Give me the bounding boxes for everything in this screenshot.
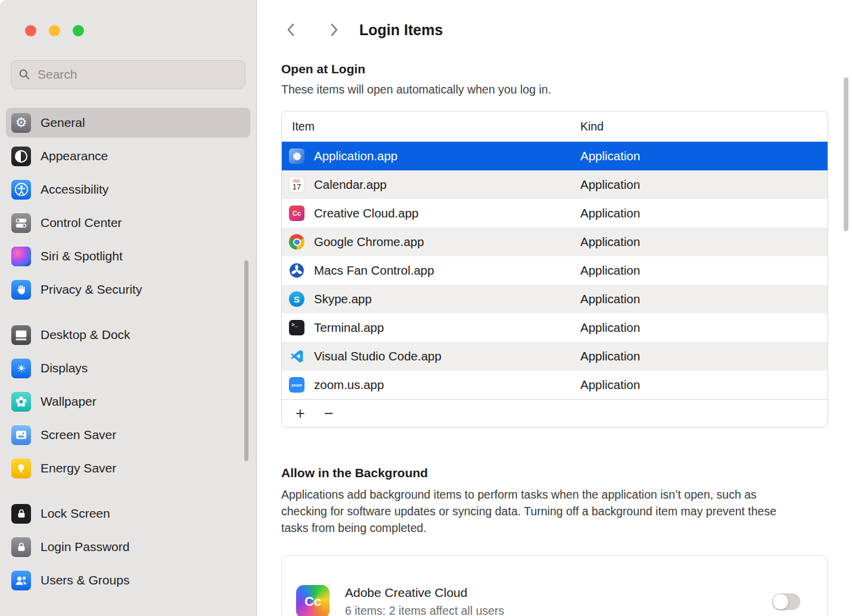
sidebar-item-siri-spotlight[interactable]: Siri & Spotlight bbox=[6, 241, 250, 271]
forward-button[interactable] bbox=[326, 21, 341, 39]
sidebar-item-login-password[interactable]: Login Password bbox=[6, 532, 250, 562]
adobe-creative-cloud-icon: Cc bbox=[296, 585, 329, 616]
creative-cloud-icon: Cc bbox=[289, 206, 304, 221]
table-footer: + − bbox=[282, 399, 828, 427]
table-rows: Application.app Application JUL 17 Calen… bbox=[282, 142, 828, 399]
item-name: Skype.app bbox=[314, 292, 372, 306]
sidebar-item-label: Lock Screen bbox=[41, 506, 110, 521]
sidebar-item-control-center[interactable]: Control Center bbox=[6, 208, 250, 238]
item-kind: Application bbox=[570, 349, 828, 363]
chevron-left-icon bbox=[285, 22, 298, 38]
sidebar-item-wallpaper[interactable]: Wallpaper bbox=[6, 387, 250, 416]
sidebar-item-lock-screen[interactable]: Lock Screen bbox=[6, 499, 250, 528]
table-row[interactable]: >_ Terminal.app Application bbox=[282, 313, 828, 342]
control-center-icon bbox=[11, 213, 31, 233]
generic-app-icon bbox=[289, 148, 304, 164]
skype-icon: S bbox=[289, 291, 304, 307]
minimize-button[interactable] bbox=[49, 25, 60, 36]
table-header: Item Kind bbox=[282, 111, 828, 142]
sidebar-item-label: Siri & Spotlight bbox=[41, 249, 123, 263]
accessibility-icon bbox=[11, 180, 31, 200]
column-header-item[interactable]: Item bbox=[282, 120, 570, 133]
sidebar-item-label: Users & Groups bbox=[41, 573, 129, 587]
lock-icon bbox=[11, 504, 31, 524]
sidebar-item-label: Accessibility bbox=[41, 182, 108, 197]
sidebar-item-label: Privacy & Security bbox=[41, 282, 142, 297]
column-header-kind[interactable]: Kind bbox=[570, 120, 828, 133]
sun-icon: ☀ bbox=[11, 359, 31, 378]
sidebar: ⚙ General Appearance Accessibility bbox=[0, 0, 257, 616]
gear-icon: ⚙ bbox=[11, 113, 31, 133]
sidebar-item-accessibility[interactable]: Accessibility bbox=[6, 175, 250, 204]
main-scrollbar[interactable] bbox=[844, 77, 848, 231]
item-name: Calendar.app bbox=[314, 178, 387, 192]
item-name: zoom.us.app bbox=[314, 378, 384, 392]
sidebar-item-displays[interactable]: ☀ Displays bbox=[6, 353, 250, 383]
table-row[interactable]: S Skype.app Application bbox=[282, 285, 828, 313]
background-item-row: Cc Adobe Creative Cloud 6 items: 2 items… bbox=[281, 555, 828, 616]
sidebar-group-2: Desktop & Dock ☀ Displays Wallpaper bbox=[6, 320, 250, 483]
sidebar-item-general[interactable]: ⚙ General bbox=[6, 108, 250, 138]
background-item-name: Adobe Creative Cloud bbox=[345, 586, 504, 600]
item-kind: Application bbox=[570, 206, 828, 220]
content-header: Login Items bbox=[257, 0, 852, 60]
sidebar-item-users-groups[interactable]: Users & Groups bbox=[6, 565, 250, 595]
table-row[interactable]: Macs Fan Control.app Application bbox=[282, 256, 828, 285]
sidebar-item-label: Appearance bbox=[41, 149, 108, 163]
item-name: Google Chrome.app bbox=[314, 235, 424, 249]
login-items-table: Item Kind Application.app Application bbox=[281, 111, 828, 428]
lock-icon bbox=[11, 537, 31, 557]
sidebar-group-1: ⚙ General Appearance Accessibility bbox=[6, 108, 250, 304]
item-name: Creative Cloud.app bbox=[314, 206, 419, 220]
table-row[interactable]: JUL 17 Calendar.app Application bbox=[282, 170, 828, 199]
item-kind: Application bbox=[570, 178, 828, 192]
table-row[interactable]: Google Chrome.app Application bbox=[282, 228, 828, 256]
search-box[interactable] bbox=[11, 60, 245, 89]
sidebar-item-label: Energy Saver bbox=[41, 461, 116, 475]
chrome-icon bbox=[289, 234, 304, 250]
siri-icon bbox=[11, 247, 31, 266]
background-item-detail: 6 items: 2 items affect all users bbox=[345, 604, 504, 616]
item-kind: Application bbox=[570, 149, 828, 163]
users-icon bbox=[11, 571, 31, 590]
background-item-toggle[interactable] bbox=[772, 593, 800, 610]
appearance-icon bbox=[11, 147, 31, 166]
remove-item-button[interactable]: − bbox=[318, 403, 340, 424]
table-row[interactable]: Application.app Application bbox=[282, 142, 828, 170]
table-row[interactable]: zoom zoom.us.app Application bbox=[282, 371, 828, 399]
background-item-text: Adobe Creative Cloud 6 items: 2 items af… bbox=[345, 586, 504, 616]
sidebar-item-appearance[interactable]: Appearance bbox=[6, 141, 250, 171]
sidebar-item-label: Wallpaper bbox=[41, 394, 97, 409]
zoom-app-icon: zoom bbox=[289, 377, 304, 393]
sidebar-item-energy-saver[interactable]: Energy Saver bbox=[6, 453, 250, 483]
table-row[interactable]: Cc Creative Cloud.app Application bbox=[282, 199, 828, 228]
system-settings-window: ⚙ General Appearance Accessibility bbox=[0, 0, 852, 616]
sidebar-item-label: Displays bbox=[41, 361, 88, 375]
sidebar-scrollbar[interactable] bbox=[244, 260, 248, 461]
traffic-lights bbox=[25, 25, 256, 36]
sidebar-item-privacy-security[interactable]: Privacy & Security bbox=[6, 275, 250, 304]
table-row[interactable]: Visual Studio Code.app Application bbox=[282, 342, 828, 371]
screensaver-icon bbox=[11, 425, 31, 445]
allow-background-title: Allow in the Background bbox=[281, 466, 828, 480]
toggle-knob bbox=[773, 594, 788, 609]
chevron-right-icon bbox=[327, 22, 340, 38]
back-button[interactable] bbox=[284, 21, 299, 39]
item-kind: Application bbox=[570, 292, 828, 306]
sidebar-item-desktop-dock[interactable]: Desktop & Dock bbox=[6, 320, 250, 350]
sidebar-item-label: Desktop & Dock bbox=[41, 328, 130, 342]
item-name: Terminal.app bbox=[314, 321, 384, 335]
vscode-icon bbox=[289, 349, 304, 364]
item-kind: Application bbox=[570, 263, 828, 278]
add-item-button[interactable]: + bbox=[290, 403, 311, 424]
close-button[interactable] bbox=[25, 25, 36, 36]
sidebar-item-screen-saver[interactable]: Screen Saver bbox=[6, 420, 250, 450]
item-name: Visual Studio Code.app bbox=[314, 349, 441, 363]
terminal-icon: >_ bbox=[289, 320, 304, 335]
scroll-area: Open at Login These items will open auto… bbox=[257, 62, 852, 616]
zoom-button[interactable] bbox=[73, 25, 84, 36]
search-input[interactable] bbox=[36, 67, 238, 82]
open-at-login-title: Open at Login bbox=[281, 62, 828, 76]
dock-icon bbox=[11, 325, 31, 345]
sidebar-item-label: Screen Saver bbox=[41, 428, 116, 442]
